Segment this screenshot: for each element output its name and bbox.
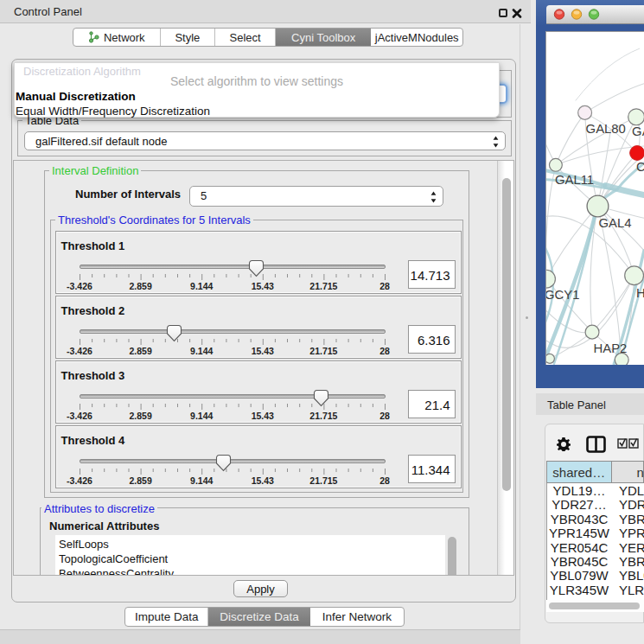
svg-text:GCY1: GCY1 [545,288,579,302]
svg-text:GAL80: GAL80 [586,122,626,136]
svg-text:GAL11: GAL11 [555,173,594,187]
svg-text:HAP2: HAP2 [594,341,628,355]
svg-text:GAL4: GAL4 [598,216,631,230]
svg-text:GA: GA [632,124,644,138]
svg-text:HS: HS [636,286,644,300]
svg-text:C: C [636,160,644,174]
